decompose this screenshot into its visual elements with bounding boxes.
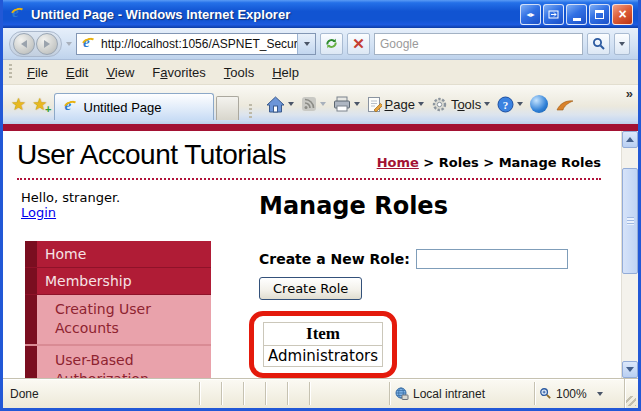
- scroll-down-button[interactable]: [622, 361, 638, 378]
- sidebar-item-home[interactable]: Home: [25, 241, 211, 268]
- create-role-input[interactable]: [416, 249, 568, 269]
- red-highlight-annotation: Item Administrators: [249, 311, 397, 378]
- add-favorite-button[interactable]: ★+: [32, 96, 47, 113]
- menu-favorites[interactable]: Favorites: [143, 62, 214, 83]
- title-bar: Untitled Page - Windows Internet Explore…: [3, 0, 638, 28]
- status-bar: Done Local intranet 100%: [3, 378, 638, 408]
- help-dropdown-icon[interactable]: [517, 102, 523, 106]
- messenger-button[interactable]: [530, 95, 548, 113]
- minimize-button[interactable]: [566, 4, 587, 25]
- status-segment: [265, 382, 287, 405]
- titlebar-dock-button[interactable]: [543, 4, 564, 25]
- print-button[interactable]: [333, 96, 360, 112]
- sidebar: Hello, stranger. Login Home Membership: [17, 190, 253, 378]
- tools-button[interactable]: Tools: [431, 96, 490, 113]
- url-text[interactable]: http://localhost:1056/ASPNET_Security_Tu: [101, 37, 297, 51]
- tools-dropdown-icon[interactable]: [484, 102, 490, 106]
- roles-grid: Item Administrators: [263, 322, 383, 367]
- arrow-up-icon: [626, 137, 634, 142]
- sidebar-item-membership[interactable]: Membership: [25, 268, 211, 295]
- toolbar-overflow-button[interactable]: »: [626, 86, 633, 101]
- search-icon: [592, 37, 606, 51]
- address-field[interactable]: http://localhost:1056/ASPNET_Security_Tu: [76, 33, 316, 55]
- maximize-button[interactable]: [589, 4, 610, 25]
- tab-untitled-page[interactable]: Untitled Page: [54, 93, 214, 120]
- back-button[interactable]: [13, 33, 35, 55]
- nav-strip: [25, 346, 37, 378]
- nav-button-group: [9, 31, 62, 57]
- plus-icon: +: [45, 104, 51, 115]
- status-text: Done: [3, 382, 199, 405]
- chevron-down-icon: [304, 42, 310, 46]
- forward-button[interactable]: [36, 33, 58, 55]
- search-input[interactable]: [375, 35, 582, 53]
- refresh-button[interactable]: [320, 33, 343, 55]
- research-button[interactable]: [555, 97, 575, 112]
- sidebar-item-creating-user-accounts[interactable]: Creating User Accounts: [25, 295, 211, 346]
- breadcrumb-home-link[interactable]: Home: [377, 155, 419, 170]
- menu-view[interactable]: View: [97, 62, 143, 83]
- dock-icon: [548, 10, 559, 19]
- scrollbar-thumb[interactable]: [622, 168, 638, 274]
- home-button[interactable]: [266, 96, 294, 113]
- create-role-button[interactable]: Create Role: [259, 277, 362, 300]
- history-dropdown[interactable]: [66, 42, 72, 46]
- scroll-up-button[interactable]: [622, 131, 638, 148]
- stop-icon: ✕: [352, 36, 365, 51]
- sidebar-item-user-based-authorization[interactable]: User-Based Authorization: [25, 346, 211, 378]
- home-icon: [266, 96, 285, 113]
- feeds-dropdown-icon: [320, 102, 326, 106]
- site-title: User Account Tutorials: [17, 139, 377, 171]
- create-role-label: Create a New Role:: [259, 251, 410, 267]
- menu-tools[interactable]: Tools: [215, 62, 263, 83]
- menu-help[interactable]: Help: [263, 62, 308, 83]
- tab-favicon-icon: [62, 99, 79, 115]
- page-favicon-icon: [80, 36, 97, 52]
- status-segment: [309, 382, 389, 405]
- feeds-button[interactable]: [301, 96, 326, 112]
- status-segment: [287, 382, 309, 405]
- refresh-icon: [324, 36, 339, 51]
- svg-text:?: ?: [503, 98, 509, 110]
- status-segment: [199, 382, 221, 405]
- ie-logo-icon: [9, 6, 26, 22]
- search-box[interactable]: [374, 33, 583, 55]
- toolbar-icons: Page Tools ?: [258, 95, 578, 120]
- command-toolbar: ★ ★+ Untitled Page: [3, 85, 638, 120]
- tools-button-label: Tools: [451, 97, 481, 112]
- address-dropdown-button[interactable]: [297, 34, 315, 54]
- menu-edit[interactable]: Edit: [57, 62, 97, 83]
- status-segment: [221, 382, 243, 405]
- table-row: Administrators: [264, 346, 383, 367]
- vertical-scrollbar[interactable]: [621, 131, 638, 378]
- dotted-divider: [17, 178, 601, 180]
- home-dropdown-icon[interactable]: [288, 102, 294, 106]
- zoom-level: 100%: [556, 387, 587, 401]
- favorites-center-button[interactable]: ★: [11, 96, 26, 113]
- printer-icon: [333, 96, 351, 112]
- titlebar-arrows-button[interactable]: ◂▸: [520, 4, 541, 25]
- arrow-down-icon: [626, 367, 634, 372]
- close-button[interactable]: ×: [612, 4, 633, 25]
- search-button[interactable]: [587, 33, 610, 55]
- scrollbar-track[interactable]: [622, 274, 638, 361]
- stop-button[interactable]: ✕: [347, 33, 370, 55]
- zoom-control[interactable]: 100%: [534, 382, 624, 405]
- resize-grip[interactable]: [624, 379, 638, 408]
- browser-window: Untitled Page - Windows Internet Explore…: [0, 0, 641, 411]
- toolbar-grip[interactable]: [9, 64, 12, 80]
- page-button[interactable]: Page: [367, 96, 424, 113]
- zoom-dropdown-icon[interactable]: [597, 392, 603, 396]
- search-options-button[interactable]: [614, 33, 630, 55]
- login-link[interactable]: Login: [21, 205, 56, 220]
- maximize-icon: [595, 10, 604, 19]
- new-tab-button[interactable]: [216, 96, 239, 120]
- zoom-magnifier-icon: [539, 387, 552, 400]
- page-icon: [367, 96, 382, 113]
- back-icon: [21, 40, 27, 48]
- page-dropdown-icon[interactable]: [418, 102, 424, 106]
- menu-file[interactable]: File: [18, 62, 57, 83]
- print-dropdown-icon[interactable]: [354, 102, 360, 106]
- page-button-label: Page: [385, 97, 415, 112]
- help-button[interactable]: ?: [497, 96, 523, 113]
